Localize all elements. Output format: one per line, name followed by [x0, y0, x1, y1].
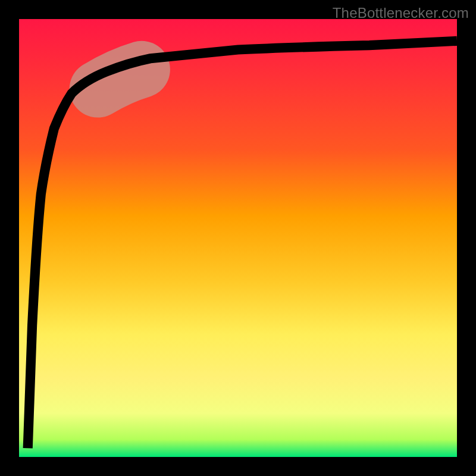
chart-frame: TheBottlenecker.com: [0, 0, 476, 476]
chart-svg: [19, 19, 457, 457]
plot-area: [19, 19, 457, 457]
watermark-text: TheBottlenecker.com: [333, 5, 469, 21]
